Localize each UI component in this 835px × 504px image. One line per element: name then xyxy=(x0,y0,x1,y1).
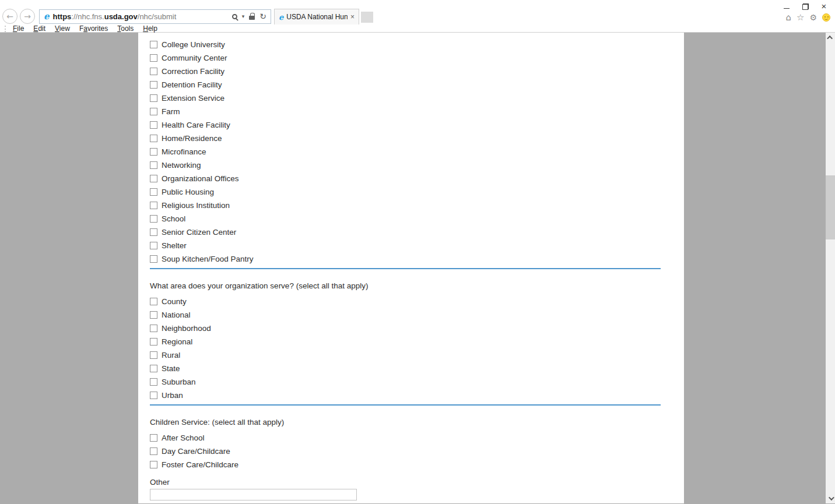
favorites-star-icon[interactable]: ☆ xyxy=(797,12,804,23)
checkbox[interactable] xyxy=(150,378,157,386)
checkbox[interactable] xyxy=(150,228,157,236)
url-scheme: https xyxy=(53,12,72,21)
settings-gear-icon[interactable]: ⚙ xyxy=(809,12,817,23)
checkbox[interactable] xyxy=(150,121,157,129)
checkbox[interactable] xyxy=(150,215,157,223)
url-separator: :// xyxy=(71,12,78,21)
chevron-up-icon xyxy=(827,36,833,41)
menu-favorites[interactable]: Favorites xyxy=(75,24,113,33)
checkbox[interactable] xyxy=(150,202,157,209)
other-input[interactable] xyxy=(150,489,357,501)
checkbox-row: State xyxy=(150,362,661,375)
checkbox[interactable] xyxy=(150,434,157,442)
checkbox-row: Correction Facility xyxy=(150,65,661,78)
checkbox-label: Urban xyxy=(162,391,183,400)
checkbox-row: Extension Service xyxy=(150,91,661,105)
checkbox[interactable] xyxy=(150,175,157,182)
menu-tools[interactable]: Tools xyxy=(113,24,138,33)
checkbox-label: Home/Residence xyxy=(162,134,222,143)
checkbox-label: Foster Care/Childcare xyxy=(162,460,238,469)
checkbox-row: Soup Kitchen/Food Pantry xyxy=(150,252,661,266)
section-divider xyxy=(150,404,661,406)
page-background: College University Community Center Corr… xyxy=(0,33,835,503)
checkbox[interactable] xyxy=(150,161,157,169)
checkbox-row: National xyxy=(150,308,661,322)
checkbox[interactable] xyxy=(150,338,157,346)
address-bar[interactable]: e https://nhc.fns.usda.gov/nhc/submit ▾ … xyxy=(39,9,271,24)
url-domain: usda.gov xyxy=(104,12,138,21)
checkbox[interactable] xyxy=(150,148,157,156)
scroll-down-button[interactable] xyxy=(826,494,835,503)
close-button[interactable]: × xyxy=(820,2,828,10)
home-icon[interactable]: ⌂ xyxy=(785,12,791,23)
checkbox[interactable] xyxy=(150,255,157,263)
checkbox-row: Community Center xyxy=(150,51,661,65)
checkbox[interactable] xyxy=(150,108,157,115)
checkbox[interactable] xyxy=(150,365,157,372)
checkbox-label: Microfinance xyxy=(162,147,206,156)
ie-logo-icon: e xyxy=(44,12,50,21)
checkbox[interactable] xyxy=(150,311,157,319)
checkbox-label: Day Care/Childcare xyxy=(162,447,230,456)
checkbox-label: College University xyxy=(162,40,225,49)
checkbox[interactable] xyxy=(150,351,157,359)
refresh-icon[interactable]: ↻ xyxy=(259,12,266,21)
checkbox-label: Farm xyxy=(162,107,180,116)
menu-grip-icon xyxy=(5,26,6,32)
menu-view[interactable]: View xyxy=(50,24,75,33)
checkbox-row: Regional xyxy=(150,335,661,348)
checkbox[interactable] xyxy=(150,242,157,249)
restore-button[interactable] xyxy=(801,2,809,10)
menu-file[interactable]: File xyxy=(8,24,29,33)
service-area-options: County National Neighborhood Regional Ru… xyxy=(150,295,661,402)
checkbox-row: Day Care/Childcare xyxy=(150,445,661,458)
search-dropdown-caret-icon[interactable]: ▾ xyxy=(242,13,245,19)
children-service-label: Children Service: (select all that apply… xyxy=(150,418,661,427)
other-label: Other xyxy=(150,478,661,487)
checkbox-row: After School xyxy=(150,431,661,445)
checkbox[interactable] xyxy=(150,188,157,196)
checkbox[interactable] xyxy=(150,447,157,455)
checkbox-row: Senior Citizen Center xyxy=(150,225,661,239)
browser-tab[interactable]: e USDA National Hunger Cle... × xyxy=(274,9,359,24)
feedback-smiley-icon[interactable] xyxy=(822,13,830,22)
tab-favicon-ie-icon: e xyxy=(279,13,283,21)
checkbox-label: Correction Facility xyxy=(162,67,224,76)
checkbox-label: Rural xyxy=(162,351,180,360)
scroll-up-button[interactable] xyxy=(826,33,835,43)
checkbox[interactable] xyxy=(150,392,157,399)
window-controls: × xyxy=(783,2,828,11)
menu-help[interactable]: Help xyxy=(138,24,162,33)
checkbox[interactable] xyxy=(150,94,157,102)
checkbox-row: Health Care Facility xyxy=(150,118,661,132)
form-content: College University Community Center Corr… xyxy=(138,33,684,503)
checkbox-row: Farm xyxy=(150,105,661,118)
checkbox-label: Health Care Facility xyxy=(162,121,230,129)
back-button[interactable]: ← xyxy=(2,9,17,24)
checkbox[interactable] xyxy=(150,81,157,89)
menu-edit[interactable]: Edit xyxy=(29,24,50,33)
search-icon[interactable] xyxy=(232,14,237,19)
checkbox[interactable] xyxy=(150,325,157,332)
checkbox[interactable] xyxy=(150,135,157,142)
section-divider xyxy=(150,268,661,269)
url-path: /nhc/submit xyxy=(138,12,176,21)
checkbox[interactable] xyxy=(150,298,157,305)
checkbox-row: Religious Institution xyxy=(150,199,661,212)
forward-button[interactable]: → xyxy=(20,9,35,24)
checkbox-row: Shelter xyxy=(150,239,661,252)
scrollbar-thumb[interactable] xyxy=(826,175,835,239)
checkbox[interactable] xyxy=(150,41,157,48)
checkbox[interactable] xyxy=(150,54,157,62)
checkbox[interactable] xyxy=(150,461,157,468)
vertical-scrollbar[interactable] xyxy=(826,33,835,503)
new-tab-button[interactable] xyxy=(361,12,373,23)
tab-close-icon[interactable]: × xyxy=(350,13,355,21)
ssl-lock-icon[interactable] xyxy=(249,16,255,20)
checkbox-label: Community Center xyxy=(162,54,227,62)
checkbox-label: Organizational Offices xyxy=(162,174,239,183)
checkbox-label: State xyxy=(162,364,180,373)
minimize-button[interactable] xyxy=(783,2,791,10)
checkbox[interactable] xyxy=(150,68,157,75)
checkbox-row: Neighborhood xyxy=(150,322,661,335)
